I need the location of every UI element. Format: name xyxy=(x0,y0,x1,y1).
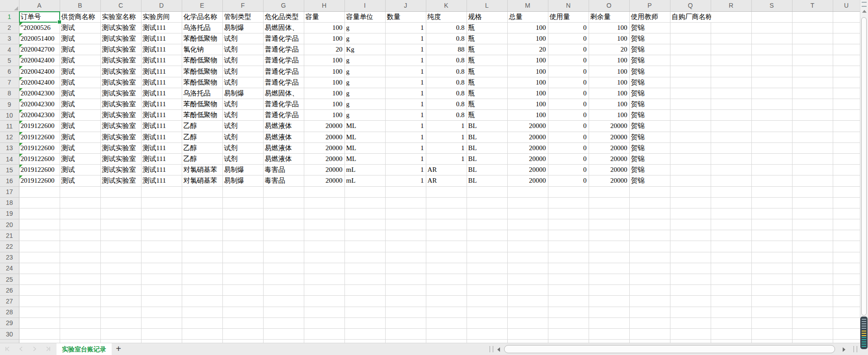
row-header-9[interactable]: 9 xyxy=(0,99,19,110)
cell-M25[interactable] xyxy=(507,274,548,285)
cell-K17[interactable] xyxy=(426,186,467,197)
cell-M28[interactable] xyxy=(507,307,548,317)
cell-K11[interactable]: 1 xyxy=(426,121,467,132)
cell-U7[interactable] xyxy=(833,77,860,88)
cell-M5[interactable]: 100 xyxy=(507,55,548,66)
cell-L24[interactable] xyxy=(467,263,507,274)
cell-S6[interactable] xyxy=(751,66,792,77)
cell-B7[interactable]: 测试 xyxy=(60,77,100,88)
cell-Q13[interactable] xyxy=(670,142,711,153)
cell-E28[interactable] xyxy=(182,307,222,317)
cell-F4[interactable]: 试剂 xyxy=(222,44,263,55)
cell-S25[interactable] xyxy=(751,274,792,285)
horizontal-scrollbar-thumb[interactable] xyxy=(504,345,835,353)
cell-G15[interactable]: 毒害品 xyxy=(263,165,304,175)
cell-J18[interactable] xyxy=(385,197,426,208)
cell-I22[interactable] xyxy=(344,241,385,252)
cell-Q22[interactable] xyxy=(670,241,711,252)
cell-G20[interactable] xyxy=(263,219,304,230)
cell-E4[interactable]: 氯化钠 xyxy=(182,44,222,55)
column-header-U[interactable]: U xyxy=(833,0,860,11)
cell-G2[interactable]: 易燃固体、 xyxy=(263,22,304,33)
column-header-T[interactable]: T xyxy=(792,0,833,11)
cell-B27[interactable] xyxy=(60,296,100,307)
cell-D27[interactable] xyxy=(141,296,182,307)
cell-L29[interactable] xyxy=(467,317,507,328)
cell-J7[interactable]: 1 xyxy=(385,77,426,88)
cell-A17[interactable] xyxy=(19,186,60,197)
cell-L11[interactable]: BL xyxy=(467,121,507,132)
cell-F10[interactable]: 试剂 xyxy=(222,110,263,121)
cell-A1[interactable]: 订单号 xyxy=(19,11,60,22)
cell-S30[interactable] xyxy=(751,328,792,339)
cell-C10[interactable]: 测试实验室 xyxy=(100,110,141,121)
cell-A27[interactable] xyxy=(19,296,60,307)
cell-L23[interactable] xyxy=(467,252,507,263)
cell-T12[interactable] xyxy=(792,132,833,142)
cell-F15[interactable]: 易制爆 xyxy=(222,165,263,175)
cell-U2[interactable] xyxy=(833,22,860,33)
cell-M24[interactable] xyxy=(507,263,548,274)
cell-C8[interactable]: 测试实验室 xyxy=(100,88,141,99)
cell-C31[interactable] xyxy=(100,340,141,343)
cell-M31[interactable] xyxy=(507,340,548,343)
cell-O5[interactable]: 100 xyxy=(589,55,629,66)
cell-T31[interactable] xyxy=(792,340,833,343)
cell-O15[interactable]: 20000 xyxy=(589,165,629,175)
cell-F26[interactable] xyxy=(222,285,263,296)
cell-K5[interactable]: 0.8 xyxy=(426,55,467,66)
cell-H16[interactable]: 20000 xyxy=(304,175,344,186)
cell-H3[interactable]: 100 xyxy=(304,33,344,44)
cell-D10[interactable]: 测试111 xyxy=(141,110,182,121)
cell-R21[interactable] xyxy=(711,230,751,241)
row-header-17[interactable]: 17 xyxy=(0,186,19,197)
cell-U30[interactable] xyxy=(833,328,860,339)
row-header-16[interactable]: 16 xyxy=(0,175,19,186)
cell-U6[interactable] xyxy=(833,66,860,77)
cell-J16[interactable]: 1 xyxy=(385,175,426,186)
row-header-3[interactable]: 3 xyxy=(0,33,19,44)
cell-E9[interactable]: 苯酚低聚物 xyxy=(182,99,222,110)
cell-M19[interactable] xyxy=(507,208,548,219)
row-header-10[interactable]: 10 xyxy=(0,110,19,121)
cell-Q2[interactable] xyxy=(670,22,711,33)
row-header-30[interactable]: 30 xyxy=(0,328,19,339)
cell-H20[interactable] xyxy=(304,219,344,230)
cell-A28[interactable] xyxy=(19,307,60,317)
cell-O6[interactable]: 100 xyxy=(589,66,629,77)
cell-T1[interactable] xyxy=(792,11,833,22)
cell-L16[interactable]: BL xyxy=(467,175,507,186)
cell-L8[interactable]: 瓶 xyxy=(467,88,507,99)
cell-G3[interactable]: 普通化学品 xyxy=(263,33,304,44)
cell-S3[interactable] xyxy=(751,33,792,44)
cell-P10[interactable]: 贺锦 xyxy=(629,110,670,121)
cell-H5[interactable]: 100 xyxy=(304,55,344,66)
cell-T20[interactable] xyxy=(792,219,833,230)
cell-M10[interactable]: 100 xyxy=(507,110,548,121)
cell-B3[interactable]: 测试 xyxy=(60,33,100,44)
cell-O12[interactable]: 20000 xyxy=(589,132,629,142)
cell-Q27[interactable] xyxy=(670,296,711,307)
cell-K28[interactable] xyxy=(426,307,467,317)
cell-E19[interactable] xyxy=(182,208,222,219)
cell-M17[interactable] xyxy=(507,186,548,197)
cell-R24[interactable] xyxy=(711,263,751,274)
cell-M30[interactable] xyxy=(507,328,548,339)
cell-P16[interactable]: 贺锦 xyxy=(629,175,670,186)
cell-D7[interactable]: 测试111 xyxy=(141,77,182,88)
cell-F2[interactable]: 易制爆 xyxy=(222,22,263,33)
cell-B24[interactable] xyxy=(60,263,100,274)
cell-I18[interactable] xyxy=(344,197,385,208)
cell-U23[interactable] xyxy=(833,252,860,263)
row-header-12[interactable]: 12 xyxy=(0,132,19,142)
row-header-23[interactable]: 23 xyxy=(0,252,19,263)
cell-E3[interactable]: 苯酚低聚物 xyxy=(182,33,222,44)
cell-C22[interactable] xyxy=(100,241,141,252)
cell-R8[interactable] xyxy=(711,88,751,99)
cell-A15[interactable]: 2019122600 xyxy=(19,165,60,175)
cell-H31[interactable] xyxy=(304,340,344,343)
cell-T7[interactable] xyxy=(792,77,833,88)
cell-P25[interactable] xyxy=(629,274,670,285)
cell-D29[interactable] xyxy=(141,317,182,328)
row-header-19[interactable]: 19 xyxy=(0,208,19,219)
